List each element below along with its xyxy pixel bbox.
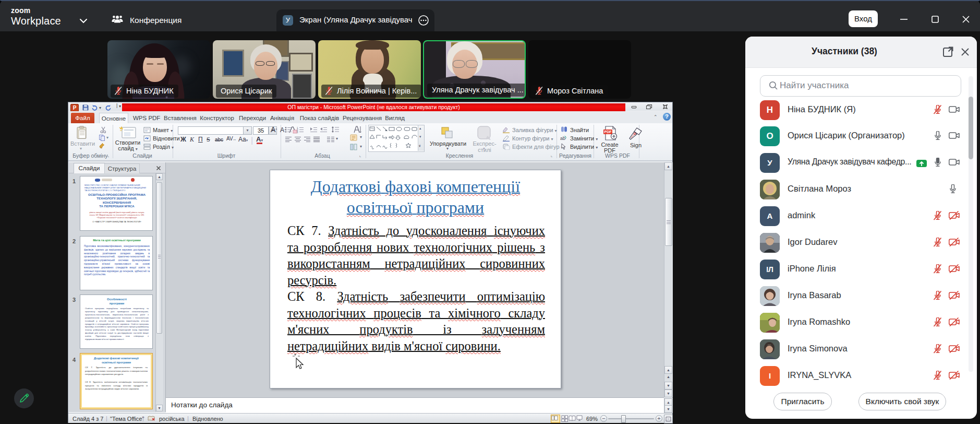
- svg-text:3: 3: [297, 131, 298, 134]
- svg-text:PDF: PDF: [604, 130, 612, 134]
